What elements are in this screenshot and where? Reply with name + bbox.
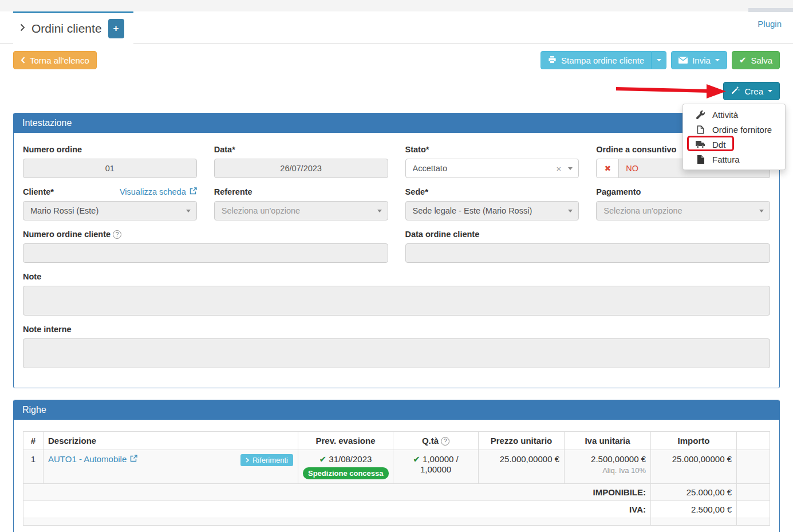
caret-down-icon <box>715 59 720 61</box>
iva-label: IVA: <box>23 501 651 518</box>
col-qta: Q.tà? <box>393 432 479 450</box>
select-caret-icon <box>568 167 573 170</box>
article-link[interactable]: AUTO1 - Automobile <box>48 454 137 464</box>
menu-item-fattura[interactable]: Fattura <box>683 152 785 167</box>
external-link-icon <box>130 454 137 464</box>
table-header-row: # Descrizione Prev. evasione Q.tà? Prezz… <box>23 432 770 450</box>
data-input[interactable] <box>214 159 388 178</box>
menu-item-attivita[interactable]: Attività <box>683 107 785 122</box>
truck-icon <box>696 141 705 148</box>
prezzo-unitario-cell: 25.000,00000 € <box>479 450 565 484</box>
imponibile-value: 25.000,00 € <box>651 484 737 501</box>
corner-tab-fragment <box>748 8 793 12</box>
cliente-select[interactable]: Mario Rossi (Este) <box>23 201 197 220</box>
field-referente: Referente Seleziona un'opzione <box>214 187 388 220</box>
numero-ordine-cliente-input[interactable] <box>23 243 388 263</box>
printer-icon <box>548 56 557 65</box>
note-interne-textarea[interactable] <box>23 338 770 368</box>
col-num: # <box>23 432 44 450</box>
check-icon: ✔ <box>319 454 327 464</box>
create-dropdown-menu: Attività Ordine fornitore Ddt Fattura <box>682 104 786 170</box>
numero-ordine-input[interactable] <box>23 159 197 178</box>
send-button[interactable]: Invia <box>671 51 727 69</box>
importo-cell: 25.000,00000 € <box>651 450 737 484</box>
panel-intestazione-header: Intestazione <box>14 113 779 133</box>
select-caret-icon <box>186 210 191 212</box>
row-actions-cell <box>737 450 770 484</box>
create-button[interactable]: Crea <box>723 82 780 100</box>
print-dropdown-button[interactable] <box>652 51 666 69</box>
clear-selection-icon[interactable]: × <box>556 164 561 174</box>
file-outline-icon <box>696 125 705 134</box>
main-content: Torna all'elenco Stampa ordine cliente <box>0 51 793 532</box>
top-strip <box>0 0 793 11</box>
col-iva-unitaria: Iva unitaria <box>565 432 651 450</box>
total-row-imponibile: IMPONIBILE: 25.000,00 € <box>23 484 770 501</box>
table-row: 1 AUTO1 - Automobile <box>23 450 770 484</box>
descrizione-cell: AUTO1 - Automobile Riferimenti <box>44 450 298 484</box>
check-icon: ✔ <box>739 55 747 65</box>
menu-item-ddt[interactable]: Ddt <box>683 137 785 152</box>
create-row: Crea <box>13 82 780 100</box>
field-cliente: Cliente* Visualizza scheda Mario Rossi (… <box>23 187 197 220</box>
data-ordine-cliente-input[interactable] <box>405 243 771 263</box>
qta-cell: ✔ 1,00000 / 1,00000 <box>393 450 479 484</box>
visualizza-scheda-link[interactable]: Visualizza scheda <box>120 187 197 196</box>
consuntivo-remove-button[interactable]: ✖ <box>596 159 619 178</box>
field-note-interne: Note interne <box>23 324 770 368</box>
aliquota-iva-label: Aliq. Iva 10% <box>569 466 646 475</box>
help-icon[interactable]: ? <box>113 230 121 239</box>
add-tab-button[interactable]: + <box>108 19 124 38</box>
field-pagamento: Pagamento Seleziona un'opzione <box>596 187 770 220</box>
select-caret-icon <box>568 210 573 212</box>
field-note: Note <box>23 271 770 316</box>
col-prev-evasione: Prev. evasione <box>298 432 393 450</box>
chevron-left-icon <box>21 56 25 65</box>
x-remove-icon: ✖ <box>604 164 611 173</box>
external-link-icon <box>190 187 197 196</box>
menu-item-ordine-fornitore[interactable]: Ordine fornitore <box>683 122 785 137</box>
page-title: Ordini cliente <box>31 22 102 36</box>
field-stato: Stato* Accettato × <box>405 144 579 178</box>
col-actions <box>737 432 770 450</box>
select-caret-icon <box>377 210 382 212</box>
tab-ordini-cliente[interactable]: Ordini cliente + <box>13 11 133 44</box>
referente-select[interactable]: Seleziona un'opzione <box>214 201 388 220</box>
col-descrizione: Descrizione <box>44 432 298 450</box>
stato-select[interactable]: Accettato × <box>405 159 579 178</box>
spedizione-badge: Spedizione concessa <box>303 467 389 479</box>
red-arrow-annotation <box>614 82 728 100</box>
total-row-iva: IVA: 2.500,00 € <box>23 501 770 518</box>
field-numero-ordine-cliente: Numero ordine cliente? <box>23 229 388 263</box>
caret-down-icon <box>768 90 772 92</box>
file-solid-icon <box>696 155 705 164</box>
help-icon[interactable]: ? <box>441 437 449 446</box>
save-button[interactable]: ✔ Salva <box>732 51 780 69</box>
wrench-icon <box>696 111 705 119</box>
tab-bar: Ordini cliente + Plugin <box>0 11 793 44</box>
envelope-icon <box>678 56 688 65</box>
plugin-link[interactable]: Plugin <box>758 19 782 29</box>
field-data: Data* <box>214 144 388 178</box>
chevron-right-icon <box>246 458 249 463</box>
check-icon: ✔ <box>413 454 420 464</box>
righe-table: # Descrizione Prev. evasione Q.tà? Prezz… <box>23 431 770 526</box>
magic-wand-icon <box>731 86 740 97</box>
print-split-button: Stampa ordine cliente <box>540 51 666 69</box>
col-importo: Importo <box>651 432 737 450</box>
panel-righe: Righe # Descrizione Prev. evasione Q.tà?… <box>13 400 780 532</box>
pagamento-select[interactable]: Seleziona un'opzione <box>596 201 770 220</box>
total-row-next <box>23 518 770 526</box>
panel-intestazione: Intestazione Numero ordine Data* Stato* … <box>13 113 780 388</box>
back-to-list-button[interactable]: Torna all'elenco <box>13 51 97 69</box>
col-prezzo-unitario: Prezzo unitario <box>479 432 565 450</box>
toolbar: Torna all'elenco Stampa ordine cliente <box>13 51 780 69</box>
print-button[interactable]: Stampa ordine cliente <box>540 51 652 69</box>
select-caret-icon <box>759 210 764 212</box>
sede-select[interactable]: Sede legale - Este (Mario Rossi) <box>405 201 579 220</box>
note-textarea[interactable] <box>23 286 770 316</box>
riferimenti-badge[interactable]: Riferimenti <box>240 454 293 466</box>
iva-value: 2.500,00 € <box>651 501 737 518</box>
field-data-ordine-cliente: Data ordine cliente <box>405 229 771 263</box>
field-sede: Sede* Sede legale - Este (Mario Rossi) <box>405 187 579 220</box>
